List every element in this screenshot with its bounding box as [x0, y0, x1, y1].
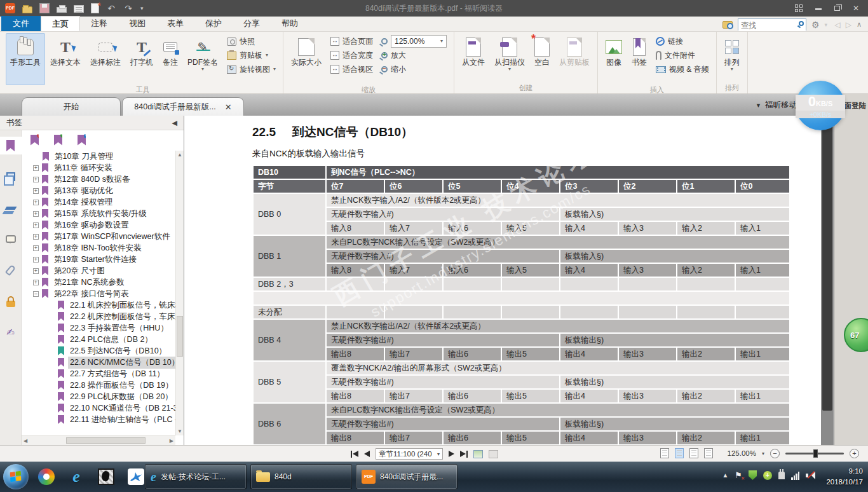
restore-button[interactable] [834, 4, 840, 13]
search-input[interactable] [738, 20, 806, 31]
tray-expand-icon[interactable]: ▲ [722, 472, 728, 479]
tab-close-icon[interactable]: ✕ [225, 102, 232, 112]
find-previous-icon[interactable]: ◁ [834, 20, 840, 29]
scroll-up-icon[interactable]: ▲ [176, 152, 184, 158]
hscroll-thumb[interactable] [66, 437, 146, 444]
doc-tab-current[interactable]: 840di调试手册最新版...✕ [122, 97, 244, 116]
bookmark-item[interactable]: 22.6 NCK/MMC信号（DB 10） [23, 357, 175, 368]
insert-attachment-button[interactable]: 文件附件 [653, 48, 712, 62]
file-menu-button[interactable]: 文件 [1, 16, 41, 31]
bookmark-item[interactable]: 22.2 机床控制面板信号，车床版 [23, 311, 175, 322]
sidebar-collapse-icon[interactable]: ◀ [172, 119, 177, 127]
zoom-in-slider-button[interactable]: + [850, 449, 859, 458]
zoom-dropdown-icon[interactable]: ▾ [762, 451, 764, 456]
first-page-button[interactable] [351, 451, 358, 458]
zoom-in-button[interactable]: 放大 [379, 48, 449, 62]
fit-visible-button[interactable]: 适合视区 [328, 62, 376, 76]
bookmark-item[interactable]: 22.7 方式组信号（DB 11） [23, 368, 175, 379]
bookmark-item[interactable]: +第17章 WinSCP和vncviewer软件 [23, 231, 175, 242]
foxit-mobile-link[interactable]: ▼福昕移动 [756, 100, 797, 111]
note-button[interactable]: 备注 [158, 33, 182, 85]
minimize-button[interactable] [815, 4, 822, 13]
scroll-down-icon[interactable]: ▼ [176, 428, 184, 434]
ui-options-icon[interactable] [795, 4, 803, 12]
actual-size-button[interactable]: 实际大小 [287, 33, 326, 85]
bookmark-item[interactable]: +第21章 NC系统参数 [23, 277, 175, 288]
gear-dropdown-icon[interactable]: ▾ [824, 20, 829, 30]
gear-icon[interactable]: ⚙ [811, 20, 820, 30]
zoom-slider[interactable] [785, 453, 844, 454]
bookmark-item[interactable]: +第16章 驱动参数设置 [23, 219, 175, 231]
last-page-button[interactable] [460, 451, 468, 458]
tab-home[interactable]: 主页 [41, 16, 80, 31]
browser-360-icon[interactable] [34, 464, 58, 489]
action-center-icon[interactable]: ⚑ [735, 470, 742, 480]
expand-icon[interactable]: + [33, 280, 39, 285]
antivirus-shield-icon[interactable] [749, 470, 757, 480]
bookmark-item[interactable]: 22.3 手持装置信号（HHU） [23, 322, 175, 334]
new-document-icon[interactable] [91, 3, 99, 13]
expand-icon[interactable]: + [33, 200, 39, 205]
bookmark-item[interactable]: 22.8 操作面板信号（DB 19） [23, 379, 175, 391]
health-ball-icon[interactable]: + [763, 471, 772, 480]
start-button[interactable] [3, 464, 29, 489]
bookmark-item[interactable]: +第12章 840D s数据备 [23, 174, 175, 185]
tab-view[interactable]: 视图 [118, 16, 156, 31]
close-button[interactable]: ✕ [853, 4, 859, 13]
search-icon[interactable] [799, 21, 804, 26]
taskbar-clock[interactable]: 9:10 2018/10/17 [826, 466, 863, 488]
create-blank-button[interactable]: *空白 [530, 33, 554, 83]
next-page-button[interactable] [449, 451, 454, 457]
expand-icon[interactable]: + [33, 177, 39, 182]
network-signal-icon[interactable] [791, 471, 799, 480]
capture-app-icon[interactable] [94, 464, 118, 489]
panel-attachments-icon[interactable] [0, 261, 22, 279]
bookmark-item[interactable]: 22.11 进给轴/主轴信号（PLC --> [23, 414, 175, 425]
insert-bookmark-button[interactable]: 书签 [627, 33, 651, 85]
document-vscroll-thumb[interactable] [822, 118, 832, 411]
bookmark-item[interactable]: 22.9 PLC机床数据（DB 20） [23, 391, 175, 402]
scroll-left-icon[interactable]: ◀ [24, 438, 27, 444]
bookmark-item[interactable]: +第13章 驱动优化 [23, 185, 175, 196]
foxit-logo-icon[interactable]: PDF [5, 3, 15, 13]
zoom-combo[interactable]: 125.00%▾ [391, 35, 447, 48]
continuous-facing-view-icon[interactable] [704, 448, 713, 458]
tab-comment[interactable]: 注释 [80, 16, 118, 31]
open-file-icon[interactable] [22, 6, 32, 13]
fit-page-button[interactable]: 适合页面 [328, 34, 376, 48]
search-folder-icon[interactable] [722, 21, 733, 29]
doc-tab-start[interactable]: 开始 [22, 97, 121, 116]
snapshot-button[interactable]: 快照 [224, 34, 278, 48]
bookmark-item[interactable]: 22.4 PLC信息（DB 2） [23, 334, 175, 345]
bookmark-item[interactable]: +第15章 系统软件安装/升级 [23, 208, 175, 219]
fit-width-button[interactable]: 适合宽度 [328, 48, 376, 62]
goto-bookmark-icon[interactable]: ➜ [78, 135, 86, 146]
expand-icon[interactable]: + [33, 222, 39, 228]
expand-icon[interactable]: + [33, 211, 39, 217]
clipboard-button[interactable]: 剪贴板▾ [224, 48, 278, 62]
email-icon[interactable] [74, 5, 84, 13]
bookmark-item[interactable]: +第14章 授权管理 [23, 196, 175, 208]
add-bookmark-icon[interactable]: + [54, 135, 62, 146]
hand-tool-button[interactable]: 手形工具 [6, 33, 45, 85]
delete-bookmark-icon[interactable]: ✕ [31, 135, 39, 146]
power-plug-icon[interactable] [778, 472, 785, 479]
expand-icon[interactable]: + [33, 234, 39, 240]
collapse-ribbon-icon[interactable]: ∧ [857, 20, 862, 29]
panel-security-icon[interactable] [0, 292, 22, 310]
insert-image-button[interactable]: 图像 [601, 33, 627, 85]
create-from-file-button[interactable]: 从文件 [458, 33, 489, 83]
taskbar-button-ie[interactable]: e发帖-技术论坛-工... [145, 464, 247, 489]
continuous-view-icon[interactable] [675, 448, 684, 458]
expand-icon[interactable]: + [33, 188, 39, 194]
volume-muted-icon[interactable] [806, 471, 815, 480]
panel-comments-icon[interactable] [0, 230, 22, 248]
document-vscrollbar[interactable] [821, 116, 834, 445]
bookmark-item[interactable]: 22.5 到达NC信号（DB10） [23, 345, 175, 357]
bookmark-hscrollbar[interactable]: ◀ ▶ [22, 435, 175, 445]
page-number-combo[interactable]: 章节11:100 (240▾ [376, 448, 443, 460]
bookmark-item[interactable]: +第19章 Starter软件连接 [23, 254, 175, 265]
arrange-button[interactable]: 排列▾ [720, 33, 744, 83]
panel-pages-icon[interactable] [0, 168, 22, 186]
expand-icon[interactable]: + [33, 165, 39, 171]
